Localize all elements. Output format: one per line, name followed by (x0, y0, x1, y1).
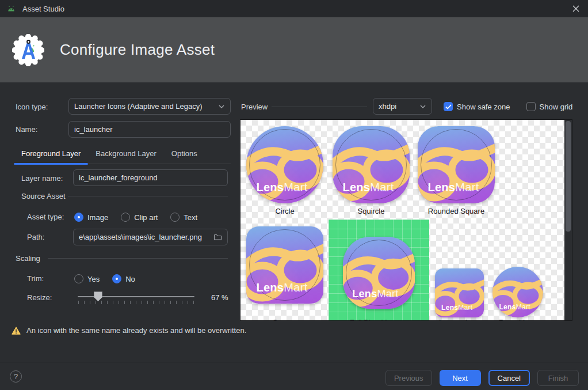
tab-foreground-layer[interactable]: Foreground Layer (14, 146, 88, 165)
warning-text: An icon with the same name already exist… (26, 326, 246, 335)
trim-radio-group: Yes No (74, 274, 143, 283)
radio-option-clip-art[interactable]: Clip art (121, 213, 158, 222)
preview-icon-rounded-square: LensMart (418, 126, 495, 203)
scaling-section-title: Scaling (16, 254, 40, 263)
tile-label-squircle: Squircle (358, 207, 385, 215)
page-title: Configure Image Asset (60, 41, 215, 59)
preview-panel: LensMart LensMart LensMart Circle Squirc… (240, 119, 572, 321)
tile-label-legacy: Legacy Icon (439, 318, 479, 321)
brand-text: LensMart (427, 181, 479, 194)
show-grid-label: Show grid (540, 103, 573, 111)
radio-clip-art[interactable] (121, 213, 130, 222)
radio-trim-no[interactable] (112, 274, 121, 283)
chevron-down-icon (218, 104, 225, 109)
radio-trim-yes-label: Yes (87, 275, 100, 283)
path-value: e\app\assets\images\ic_launcher.png (79, 233, 202, 241)
show-grid-option[interactable]: Show grid (526, 102, 573, 111)
source-asset-divider (68, 196, 228, 196)
preview-icon-circle: LensMart (246, 126, 323, 203)
help-icon: ? (14, 372, 18, 381)
show-safe-zone-option[interactable]: Show safe zone (444, 102, 510, 111)
tab-background-layer[interactable]: Background Layer (88, 146, 164, 165)
close-button[interactable] (568, 2, 583, 16)
folder-icon[interactable] (213, 233, 222, 241)
preview-scrollbar-thumb[interactable] (566, 121, 571, 232)
preview-section-title: Preview (241, 103, 268, 112)
layer-tabs: Foreground Layer Background Layer Option… (14, 146, 205, 165)
preview-icon-full-bleed: LensMart (343, 237, 415, 309)
density-value: xhdpi (379, 102, 396, 111)
asset-type-radio-group: Image Clip art Text (74, 213, 205, 222)
path-input[interactable]: e\app\assets\images\ic_launcher.png (73, 229, 228, 245)
layer-name-input[interactable]: ic_launcher_foreground (73, 169, 228, 186)
radio-trim-yes[interactable] (74, 274, 83, 283)
dialog-footer: ? Previous Next Cancel Finish (0, 362, 588, 390)
dialog-body: Icon type: Launcher Icons (Adaptive and … (0, 82, 588, 362)
brand-text: LensMart (342, 181, 394, 194)
warning-row: An icon with the same name already exist… (12, 326, 246, 335)
resize-slider-thumb[interactable] (94, 291, 102, 301)
show-safe-zone-label: Show safe zone (457, 103, 510, 111)
preview-divider (272, 107, 367, 107)
footer-buttons: Previous Next Cancel Finish (385, 370, 579, 386)
resize-label: Resize: (27, 293, 52, 302)
tile-label-square: Square (273, 318, 297, 321)
scaling-divider (48, 258, 228, 259)
radio-text[interactable] (170, 213, 180, 222)
radio-text-label: Text (184, 213, 197, 222)
radio-image[interactable] (74, 213, 83, 222)
radio-clip-art-label: Clip art (134, 213, 158, 222)
android-studio-logo (12, 34, 44, 66)
previous-button[interactable]: Previous (385, 370, 432, 386)
tile-label-full-bleed: Full Bleed Layers (350, 318, 407, 321)
trim-label: Trim: (27, 274, 44, 283)
show-grid-checkbox[interactable] (526, 102, 536, 111)
radio-option-trim-no[interactable]: No (112, 274, 135, 283)
name-input[interactable]: ic_launcher (68, 121, 231, 138)
source-asset-section-title: Source Asset (21, 192, 66, 200)
preview-scrollbar[interactable] (564, 120, 572, 320)
icon-type-dropdown[interactable]: Launcher Icons (Adaptive and Legacy) (68, 98, 231, 115)
brand-text: LensMart (352, 288, 398, 300)
finish-button[interactable]: Finish (537, 370, 579, 386)
radio-option-text[interactable]: Text (170, 213, 197, 222)
preview-toggles: Show safe zone Show grid (444, 102, 581, 111)
check-icon (445, 104, 452, 109)
preview-icon-full-bleed-background: LensMart (329, 219, 429, 321)
brand-text: LensMart (256, 181, 307, 194)
warning-icon (12, 327, 21, 335)
brand-text: LensMart (441, 304, 472, 312)
tile-label-circle: Circle (275, 207, 294, 215)
resize-slider-ticks (78, 301, 195, 304)
preview-icon-squircle: LensMart (333, 126, 410, 203)
tab-options[interactable]: Options (164, 146, 205, 165)
brand-text: LensMart (256, 281, 307, 294)
cancel-button[interactable]: Cancel (488, 370, 530, 386)
next-button[interactable]: Next (440, 370, 481, 386)
radio-image-label: Image (87, 213, 108, 222)
asset-type-label: Asset type: (27, 213, 64, 222)
icon-type-label: Icon type: (16, 103, 48, 112)
radio-option-trim-yes[interactable]: Yes (74, 274, 100, 283)
close-icon (572, 5, 579, 12)
brand-text: LensMart (499, 303, 530, 311)
resize-value: 67 % (211, 293, 228, 302)
name-value: ic_launcher (74, 125, 113, 134)
android-icon (7, 5, 16, 12)
tile-label-rounded-square: Rounded Square (428, 207, 484, 215)
window-titlebar: Asset Studio (0, 0, 588, 17)
layer-name-label: Layer name: (21, 174, 63, 183)
chevron-down-icon (419, 104, 426, 109)
radio-option-image[interactable]: Image (74, 213, 108, 222)
tile-label-round: Round Icon (499, 318, 537, 321)
density-dropdown[interactable]: xhdpi (373, 98, 432, 115)
name-label: Name: (16, 125, 37, 134)
help-button[interactable]: ? (10, 370, 22, 383)
layer-name-value: ic_launcher_foreground (79, 173, 158, 182)
path-label: Path: (27, 233, 44, 242)
show-safe-zone-checkbox[interactable] (444, 102, 453, 111)
preview-icon-round: LensMart (492, 267, 543, 317)
radio-trim-no-label: No (125, 275, 135, 283)
preview-icon-square: LensMart (246, 226, 323, 304)
window-title: Asset Studio (22, 5, 64, 13)
